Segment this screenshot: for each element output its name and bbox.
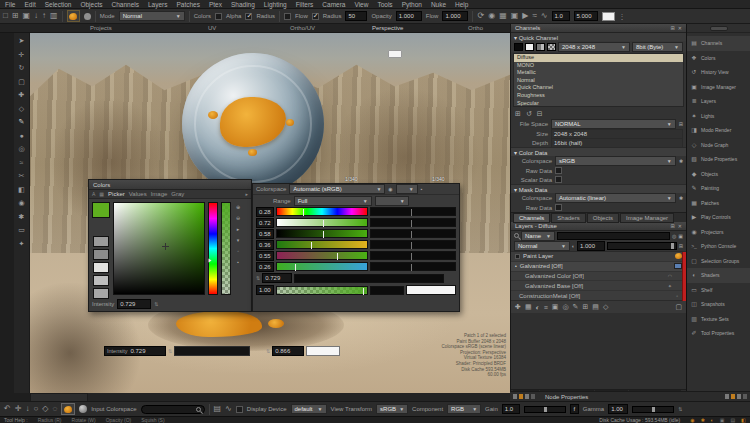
dashed-circle-icon[interactable]: ◌ [52,405,57,413]
colorspace-close-icon[interactable]: ▪ [421,186,423,192]
dock-tab-channels[interactable]: Channels [513,213,550,223]
layers-close-icon[interactable]: ✕ [678,223,682,229]
swatch-history-2[interactable] [93,249,109,260]
add-group-icon[interactable]: ▦ [525,303,532,311]
gamma-stepper[interactable]: ⇅ [678,406,682,412]
alpha-slider-ext[interactable] [370,286,404,295]
alpha-checkbox[interactable] [215,13,222,20]
dot-icon[interactable]: ◦ [237,248,239,254]
grid-mode-icon[interactable]: ▦ [99,191,104,197]
alpha-slider[interactable] [276,286,368,295]
layer-row-constructionmetal[interactable]: ConstructionMetal [Off] ▫ [511,291,686,301]
sidebar-item-colors[interactable]: ❖ Colors [687,51,750,66]
menu-help[interactable]: Help [455,1,468,8]
tool-pick-icon[interactable]: ✦ [19,240,25,254]
red-slider-ext[interactable] [370,240,456,249]
sidebar-item-modo-render[interactable]: ◨ Modo Render [687,123,750,138]
tab-uv[interactable]: UV [208,25,216,31]
sv-picker-square[interactable] [113,202,205,295]
current-channel-dropdown[interactable]: ▾ Quick Channel [514,34,558,41]
menu-python[interactable]: Python [402,1,422,8]
camera-icon[interactable]: ◉ [488,12,495,20]
sidebar-item-selection-groups[interactable]: ▢ Selection Groups [687,254,750,269]
white-field[interactable] [602,12,615,21]
colors-tab-gray[interactable]: Gray [171,191,184,197]
square-icon[interactable]: ▪ [237,259,239,265]
swatch-history-3[interactable] [93,262,109,273]
scalar-data-checkbox[interactable] [555,176,562,183]
node-properties-bar[interactable]: Node Properties [510,391,750,401]
flow-checkbox[interactable] [284,13,291,20]
swatch-black[interactable] [514,43,523,51]
green-slider-ext[interactable] [370,251,456,260]
input-colorspace-search[interactable] [141,405,205,414]
menu-layers[interactable]: Layers [148,1,168,8]
float-intensity-field[interactable]: Intensity 0.729 [104,346,166,356]
swatch-history-5[interactable] [93,288,109,299]
status-light-icon[interactable]: ✱ [701,417,705,423]
alpha-value-field[interactable]: 1.00 [256,285,274,295]
file-space-add-icon[interactable]: ⊞ [679,121,683,127]
tool-move-icon[interactable]: ✚ [19,91,25,105]
display-device-dropdown[interactable]: default▼ [291,404,327,414]
colors-tab-values[interactable]: Values [129,191,147,197]
sidebar-item-image-manager[interactable]: ▣ Image Manager [687,80,750,95]
gain-field[interactable]: 1.0 [502,404,520,414]
range-dropdown[interactable]: Full▼ [294,196,372,206]
sidebar-item-layers[interactable]: ≣ Layers [687,94,750,109]
swatch-white[interactable] [525,43,534,51]
tool-vector-icon[interactable]: ✱ [19,213,25,227]
display-checkbox[interactable] [236,406,243,413]
alpha-strip[interactable] [221,202,231,295]
red-slider[interactable] [276,240,368,249]
gain-reset-button[interactable]: f [570,404,579,414]
red-value-field[interactable]: 0.36 [256,240,274,250]
menu-edit[interactable]: Edit [24,1,35,8]
range-mini-dropdown[interactable]: ▼ [375,196,409,206]
channel-row-selected[interactable]: Diffuse [514,54,683,62]
float-intensity-stepper[interactable]: ⇅ [168,348,172,354]
raw-data-checkbox[interactable] [555,167,562,174]
blend-amount-slider[interactable] [607,242,677,250]
sat-value-field[interactable]: 0.72 [256,218,274,228]
layers-filter-dropdown[interactable]: Name▼ [521,231,555,241]
sidebar-item-node-properties[interactable]: ▧ Node Properties [687,152,750,167]
colors-tab-overflow-icon[interactable]: ▸ [245,191,248,197]
green-slider[interactable] [276,251,368,260]
blue-value-field[interactable]: 0.26 [256,262,274,272]
sidebar-item-play-controls[interactable]: ▶ Play Controls [687,210,750,225]
channel-size-dropdown[interactable]: 2048 x 2048▼ [558,42,630,52]
falloff-icon[interactable]: ≈ [532,12,536,20]
add-swatch-icon[interactable]: ⊕ [236,204,240,210]
tail-value-2[interactable]: 5.000 [574,11,598,21]
channel-depth-dropdown[interactable]: 8bit (Byte)▼ [632,42,683,52]
add-mask-icon[interactable]: ▣ [552,303,559,311]
undo-icon[interactable]: ↶ [4,405,11,413]
sidebar-item-painting[interactable]: ✎ Painting [687,181,750,196]
tool-blur-icon[interactable]: ≈ [20,159,24,173]
sliders-intensity-field[interactable]: 0.729 [262,273,292,283]
sidebar-item-projectors[interactable]: ◉ Projectors [687,225,750,240]
radius-value-field[interactable]: 50 [345,11,367,21]
sat-slider-ext[interactable] [370,218,456,227]
sliders-intensity-stepper[interactable]: ⇅ [256,275,260,281]
sidebar-item-shelf[interactable]: ▭ Shelf [687,283,750,298]
flatten-icon[interactable]: ▤ [592,303,599,311]
add-layer-icon[interactable]: ✚ [515,303,521,311]
tool-shelf-icon[interactable]: ▭ [18,226,25,240]
sidebar-item-python-console[interactable]: >_ Python Console [687,239,750,254]
swatch-checker[interactable] [547,43,556,51]
opacity-value-field[interactable]: 1.000 [396,11,422,21]
tool-marquee-icon[interactable]: ▢ [18,78,25,92]
component-dropdown[interactable]: RGB▼ [447,404,481,414]
eraser-tool-icon[interactable] [84,13,91,20]
channel-row[interactable]: Normal [514,77,683,85]
menu-lighting[interactable]: Lighting [264,1,287,8]
sidebar-item-tool-properties[interactable]: ✐ Tool Properties [687,326,750,341]
sidebar-item-lights[interactable]: ✶ Lights [687,109,750,124]
colorspace-mini-dropdown[interactable]: ▼ [396,184,418,194]
add-channel-icon[interactable]: ⊞ [515,110,521,118]
layer-row-galvanized-base[interactable]: Galvanized Base [Off] ✦ [511,281,686,291]
val-value-field[interactable]: 0.58 [256,229,274,239]
blend-mode-dropdown[interactable]: Normal▼ [514,241,570,251]
